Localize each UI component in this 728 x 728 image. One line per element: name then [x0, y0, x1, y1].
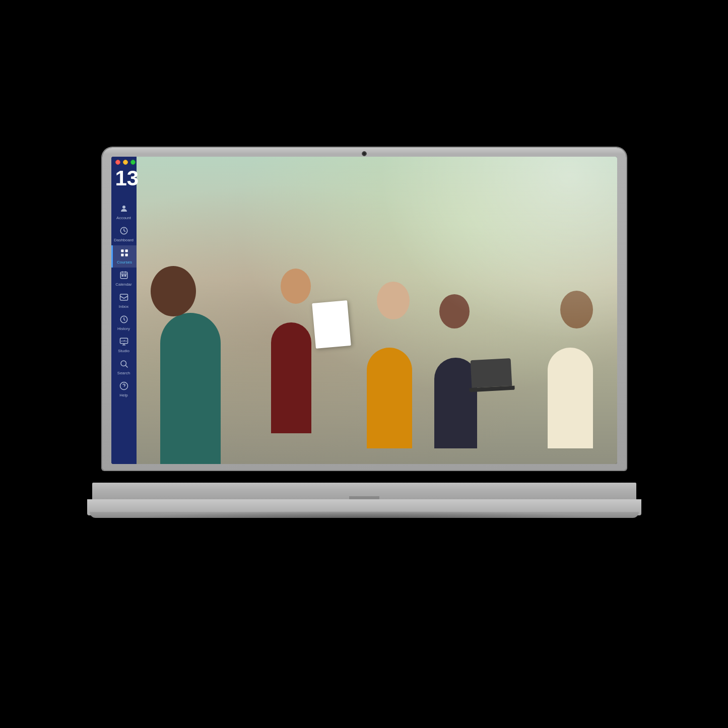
svg-rect-12	[120, 294, 127, 300]
sidebar-item-inbox[interactable]: Inbox	[111, 290, 137, 312]
sidebar-item-label-help: Help	[119, 393, 127, 398]
instructor-body	[271, 322, 311, 433]
sidebar-item-label-courses: Courses	[117, 260, 132, 264]
laptop-shadow	[115, 510, 614, 531]
sidebar-item-label-dashboard: Dashboard	[114, 238, 134, 242]
dashboard-icon	[119, 226, 128, 237]
calendar-icon	[119, 271, 128, 281]
instructor-head	[281, 269, 311, 304]
sidebar-item-studio[interactable]: Studio	[111, 334, 137, 356]
student2-head	[439, 294, 470, 328]
svg-rect-10	[122, 275, 123, 276]
sidebar-item-search[interactable]: Search	[111, 356, 137, 378]
svg-rect-11	[124, 275, 125, 276]
help-icon	[119, 381, 128, 392]
screen: 13 Account	[111, 157, 617, 464]
sidebar-item-history[interactable]: History	[111, 312, 137, 334]
inbox-icon	[119, 293, 128, 303]
sidebar-item-account[interactable]: Account	[111, 201, 137, 223]
right-person-body	[548, 348, 593, 448]
webcam	[362, 151, 367, 156]
sidebar-item-dashboard[interactable]: Dashboard	[111, 223, 137, 245]
student1-body	[367, 348, 412, 448]
history-icon	[119, 315, 128, 325]
svg-point-0	[122, 206, 125, 209]
svg-point-21	[121, 361, 126, 366]
group-photo	[137, 157, 617, 464]
sidebar-item-help[interactable]: Help	[111, 378, 137, 401]
close-button[interactable]	[115, 160, 120, 165]
maximize-button[interactable]	[130, 160, 136, 165]
main-content	[137, 157, 617, 464]
laptop-base	[87, 460, 641, 541]
svg-rect-5	[125, 253, 128, 256]
sidebar: Account Dashboard	[111, 157, 137, 464]
student1-head	[377, 282, 410, 319]
sidebar-item-label-history: History	[117, 326, 130, 331]
number-badge: 13	[115, 168, 139, 189]
minimize-button[interactable]	[123, 160, 128, 165]
sidebar-item-label-calendar: Calendar	[115, 282, 131, 287]
svg-rect-6	[120, 272, 127, 279]
svg-rect-4	[121, 253, 123, 256]
person-foreground-body	[160, 313, 221, 464]
right-person-head	[560, 291, 593, 328]
sidebar-item-label-studio: Studio	[118, 349, 129, 353]
document-prop	[312, 300, 352, 349]
laptop-lid: 13 Account	[102, 148, 626, 470]
sidebar-item-calendar[interactable]: Calendar	[111, 268, 137, 290]
courses-icon	[120, 248, 129, 259]
traffic-lights	[115, 160, 136, 165]
sidebar-item-courses[interactable]: Courses	[111, 245, 137, 268]
sidebar-item-label-inbox: Inbox	[119, 304, 129, 309]
search-icon	[119, 359, 128, 370]
laptop-prop	[470, 358, 512, 388]
person-foreground-head	[151, 266, 196, 316]
sidebar-item-label-search: Search	[117, 371, 130, 375]
svg-rect-3	[125, 249, 128, 252]
account-icon	[119, 204, 128, 215]
studio-icon	[119, 337, 128, 348]
laptop: 13 Account	[87, 148, 641, 541]
svg-rect-2	[121, 249, 123, 252]
svg-line-22	[125, 365, 127, 367]
sidebar-item-label-account: Account	[116, 216, 131, 220]
